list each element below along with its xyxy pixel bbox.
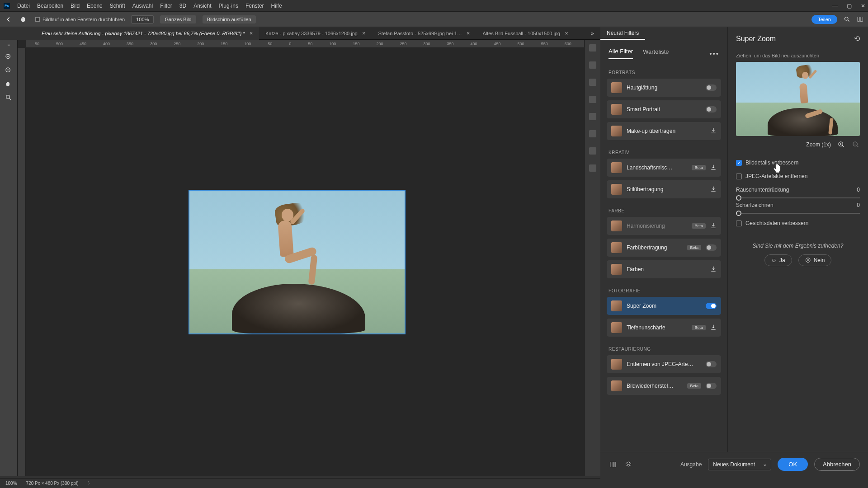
download-icon[interactable] bbox=[710, 222, 717, 230]
filter-label: Färben bbox=[627, 266, 706, 272]
fill-screen-button[interactable]: Bildschirm ausfüllen bbox=[203, 15, 256, 23]
cancel-button[interactable]: Abbrechen bbox=[814, 458, 860, 471]
tab-close-icon[interactable]: × bbox=[250, 30, 253, 37]
menu-3d[interactable]: 3D bbox=[179, 3, 186, 9]
zoom-tool-icon[interactable] bbox=[5, 94, 13, 102]
zoom-percent-input[interactable]: 100% bbox=[131, 15, 154, 23]
zoom-out-icon[interactable] bbox=[5, 66, 13, 75]
hand-tool-icon[interactable] bbox=[19, 14, 29, 24]
filter-row[interactable]: Hautglättung bbox=[607, 79, 721, 97]
neural-panel-tab[interactable]: Neural Filters bbox=[600, 27, 645, 40]
status-chevron-icon[interactable]: 〉 bbox=[88, 480, 92, 487]
zoom-in-icon[interactable] bbox=[5, 53, 13, 61]
hand-icon[interactable] bbox=[5, 80, 13, 88]
filter-row[interactable]: Smart Portrait bbox=[607, 100, 721, 118]
status-zoom[interactable]: 100% bbox=[5, 481, 17, 486]
filter-row[interactable]: Färben bbox=[607, 260, 721, 278]
sharpen-slider[interactable] bbox=[736, 213, 860, 214]
ok-button[interactable]: OK bbox=[778, 458, 808, 471]
menu-schrift[interactable]: Schrift bbox=[110, 3, 125, 9]
download-icon[interactable] bbox=[710, 127, 717, 135]
filter-row[interactable]: Super Zoom bbox=[607, 297, 721, 315]
layers-icon[interactable] bbox=[624, 460, 633, 469]
menu-bild[interactable]: Bild bbox=[71, 3, 80, 9]
feedback-no-button[interactable]: ☹Nein bbox=[798, 254, 832, 266]
menu-datei[interactable]: Datei bbox=[17, 3, 30, 9]
filter-row[interactable]: Bildwiederherstel…Beta bbox=[607, 377, 721, 395]
menu-ebene[interactable]: Ebene bbox=[87, 3, 103, 9]
tab-all-filters[interactable]: Alle Filter bbox=[609, 48, 633, 59]
window-minimize-icon[interactable]: — bbox=[832, 3, 838, 9]
filter-tabs-more-icon[interactable]: ••• bbox=[709, 50, 719, 57]
filter-toggle[interactable] bbox=[706, 303, 717, 309]
download-icon[interactable] bbox=[710, 266, 717, 273]
tab-close-icon[interactable]: × bbox=[467, 30, 470, 37]
filter-toggle[interactable] bbox=[706, 383, 717, 389]
share-button[interactable]: Teilen bbox=[811, 15, 837, 24]
menu-fenster[interactable]: Fenster bbox=[245, 3, 264, 9]
zoom-in-button[interactable] bbox=[837, 141, 845, 149]
menu-hilfe[interactable]: Hilfe bbox=[271, 3, 282, 9]
menu-plugins[interactable]: Plug-ins bbox=[219, 3, 238, 9]
workspace-switcher-icon[interactable] bbox=[857, 16, 863, 23]
document-image[interactable] bbox=[189, 190, 406, 334]
filter-toggle[interactable] bbox=[706, 84, 717, 91]
filter-toggle[interactable] bbox=[706, 244, 717, 251]
download-icon[interactable] bbox=[710, 324, 717, 332]
filter-row[interactable]: Landschaftsmisc…Beta bbox=[607, 159, 721, 177]
panel-icon[interactable] bbox=[589, 164, 596, 172]
neural-filter-list: Neural Filters Alle Filter Warteliste ••… bbox=[600, 27, 728, 476]
window-maximize-icon[interactable]: ▢ bbox=[847, 3, 852, 9]
panel-icon[interactable] bbox=[589, 147, 596, 155]
tab-close-icon[interactable]: × bbox=[362, 30, 366, 37]
scroll-all-checkbox[interactable]: Bildlauf in allen Fenstern durchführen bbox=[35, 17, 125, 22]
panel-icon[interactable] bbox=[589, 113, 596, 120]
tab-close-icon[interactable]: × bbox=[565, 30, 568, 37]
panel-icon[interactable] bbox=[589, 130, 596, 137]
check-enhance-face[interactable]: Gesichtsdaten verbessern bbox=[736, 216, 860, 230]
filter-toggle[interactable] bbox=[706, 106, 717, 113]
menu-ansicht[interactable]: Ansicht bbox=[193, 3, 211, 9]
filter-row[interactable]: Make-up übertragen bbox=[607, 122, 721, 140]
filter-row[interactable]: Entfernen von JPEG-Arte… bbox=[607, 355, 721, 373]
collapsed-panel-dock[interactable] bbox=[584, 40, 600, 476]
compare-view-icon[interactable] bbox=[609, 460, 618, 469]
check-remove-jpeg[interactable]: JPEG-Artefakte entfernen bbox=[736, 169, 860, 183]
noise-slider-label: Rauschunterdrückung bbox=[736, 187, 789, 193]
panel-icon[interactable] bbox=[589, 79, 596, 86]
document-tab[interactable]: Stefan Passfoto - 525x699.jpg bei 1…× bbox=[372, 27, 476, 40]
filter-row[interactable]: HarmonisierungBeta bbox=[607, 217, 721, 235]
output-select[interactable]: Neues Dokument bbox=[708, 459, 771, 470]
filter-scroll-list[interactable]: PORTRÄTSHautglättungSmart PortraitMake-u… bbox=[600, 59, 727, 476]
menu-bearbeiten[interactable]: Bearbeiten bbox=[37, 3, 63, 9]
menu-auswahl[interactable]: Auswahl bbox=[132, 3, 153, 9]
window-close-icon[interactable]: ✕ bbox=[861, 3, 865, 9]
feedback-yes-button[interactable]: ☺Ja bbox=[764, 254, 792, 266]
check-enhance-details[interactable]: ✓ Bilddetails verbessern bbox=[736, 156, 860, 169]
fit-whole-button[interactable]: Ganzes Bild bbox=[160, 15, 196, 23]
search-icon[interactable] bbox=[844, 16, 850, 23]
filter-toggle[interactable] bbox=[706, 361, 717, 367]
zoom-out-button[interactable] bbox=[852, 141, 860, 149]
feedback-prompt: Sind Sie mit dem Ergebnis zufrieden? bbox=[736, 243, 860, 249]
tab-waitlist[interactable]: Warteliste bbox=[643, 48, 669, 59]
filter-row[interactable]: Stilübertragung bbox=[607, 180, 721, 198]
panel-icon[interactable] bbox=[589, 61, 596, 69]
document-tab[interactable]: Altes Bild Fussball - 1050x1500.jpg× bbox=[476, 27, 574, 40]
document-tab[interactable]: Frau sehr kleine Auflösung - pixabay 186… bbox=[35, 27, 259, 40]
document-tab[interactable]: Katze - pixabay 3336579 - 1066x1280.jpg× bbox=[259, 27, 372, 40]
tabs-overflow-icon[interactable]: » bbox=[585, 30, 600, 37]
noise-slider[interactable] bbox=[736, 197, 860, 198]
filter-row[interactable]: TiefenunschärfeBeta bbox=[607, 319, 721, 337]
panel-icon[interactable] bbox=[589, 96, 596, 103]
neural-detail-pane: Super Zoom ⟲ Ziehen, um das Bild neu aus… bbox=[728, 27, 868, 476]
download-icon[interactable] bbox=[710, 186, 717, 193]
download-icon[interactable] bbox=[710, 164, 717, 172]
filter-label: Hautglättung bbox=[627, 84, 701, 91]
zoom-preview[interactable] bbox=[736, 62, 860, 136]
home-back-button[interactable] bbox=[5, 15, 13, 23]
menu-filter[interactable]: Filter bbox=[160, 3, 172, 9]
filter-row[interactable]: FarbübertragungBeta bbox=[607, 239, 721, 257]
reset-icon[interactable]: ⟲ bbox=[854, 34, 860, 43]
panel-icon[interactable] bbox=[589, 44, 596, 52]
